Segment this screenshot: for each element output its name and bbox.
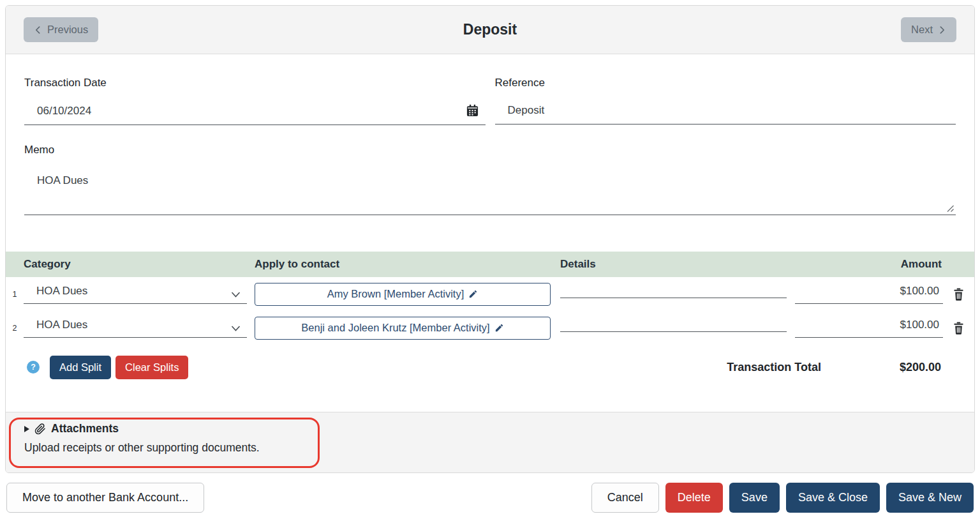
save-new-button[interactable]: Save & New: [886, 483, 974, 513]
chevron-left-icon: [34, 26, 42, 34]
apply-to-contact-button[interactable]: Benji and Joleen Krutz [Member Activity]: [255, 317, 551, 340]
reference-field-group: Reference: [495, 77, 956, 125]
move-bank-account-button[interactable]: Move to another Bank Account...: [6, 483, 204, 513]
row-number: 1: [13, 290, 17, 299]
transaction-total-label: Transaction Total: [727, 361, 821, 374]
transaction-date-label: Transaction Date: [24, 77, 486, 89]
category-header: Category: [24, 258, 247, 271]
pencil-icon: [494, 323, 504, 333]
transaction-total-value: $200.00: [821, 361, 974, 374]
category-select[interactable]: HOA Dues: [24, 319, 247, 338]
splits-table: Category Apply to contact Details Amount…: [6, 252, 974, 345]
next-label: Next: [911, 24, 933, 36]
resize-handle-icon[interactable]: [946, 204, 954, 213]
details-input[interactable]: [560, 279, 787, 298]
help-icon[interactable]: ?: [27, 361, 40, 374]
attachments-title: Attachments: [51, 422, 119, 435]
row-number: 2: [13, 324, 17, 333]
memo-field-group: Memo HOA Dues: [24, 144, 956, 215]
footer-actions: Move to another Bank Account... Cancel D…: [6, 483, 974, 513]
calendar-button[interactable]: [462, 104, 483, 117]
amount-input[interactable]: $100.00: [795, 285, 943, 304]
memo-textarea[interactable]: HOA Dues: [24, 166, 956, 215]
memo-label: Memo: [24, 144, 956, 156]
details-header: Details: [560, 258, 787, 271]
table-row: 1 HOA Dues Amy Brown [Member Activity]: [6, 277, 974, 311]
page-title: Deposit: [6, 21, 974, 38]
calendar-icon: [466, 104, 479, 117]
reference-input[interactable]: [495, 104, 954, 117]
details-input[interactable]: [560, 313, 787, 332]
cancel-button[interactable]: Cancel: [591, 483, 659, 513]
chevron-right-icon: [938, 26, 946, 34]
dialog-header: Previous Deposit Next: [6, 6, 974, 54]
table-row: 2 HOA Dues Benji and Joleen Krutz [Membe…: [6, 311, 974, 345]
contact-header: Apply to contact: [255, 258, 551, 271]
apply-to-contact-button[interactable]: Amy Brown [Member Activity]: [255, 283, 551, 306]
attachments-description: Upload receipts or other supporting docu…: [24, 441, 260, 455]
chevron-down-icon: [231, 292, 241, 298]
form-body: Transaction Date: [6, 54, 974, 412]
delete-row-button[interactable]: [952, 321, 965, 336]
pencil-icon: [468, 289, 478, 299]
delete-row-button[interactable]: [952, 287, 965, 302]
transaction-date-input[interactable]: [24, 105, 462, 117]
category-select[interactable]: HOA Dues: [24, 285, 247, 304]
next-button[interactable]: Next: [901, 17, 956, 42]
trash-icon: [953, 322, 964, 335]
clear-splits-button[interactable]: Clear Splits: [115, 356, 188, 379]
delete-button[interactable]: Delete: [665, 483, 723, 513]
amount-header: Amount: [795, 258, 943, 271]
previous-button[interactable]: Previous: [24, 17, 98, 42]
save-close-button[interactable]: Save & Close: [786, 483, 880, 513]
caret-right-icon: [24, 426, 29, 432]
chevron-down-icon: [231, 326, 241, 331]
trash-icon: [953, 288, 964, 301]
save-button[interactable]: Save: [729, 483, 780, 513]
splits-table-header: Category Apply to contact Details Amount: [6, 252, 974, 277]
transaction-date-field-group: Transaction Date: [24, 77, 486, 125]
paperclip-icon: [34, 423, 46, 435]
reference-label: Reference: [495, 77, 956, 89]
attachments-toggle[interactable]: Attachments: [24, 422, 260, 435]
add-split-button[interactable]: Add Split: [50, 356, 111, 379]
split-actions-row: ? Add Split Clear Splits Transaction Tot…: [6, 354, 974, 380]
amount-input[interactable]: $100.00: [795, 319, 943, 338]
transaction-dialog: Previous Deposit Next Transaction Date: [5, 5, 975, 473]
attachments-section: Attachments Upload receipts or other sup…: [6, 412, 974, 472]
previous-label: Previous: [47, 24, 88, 36]
